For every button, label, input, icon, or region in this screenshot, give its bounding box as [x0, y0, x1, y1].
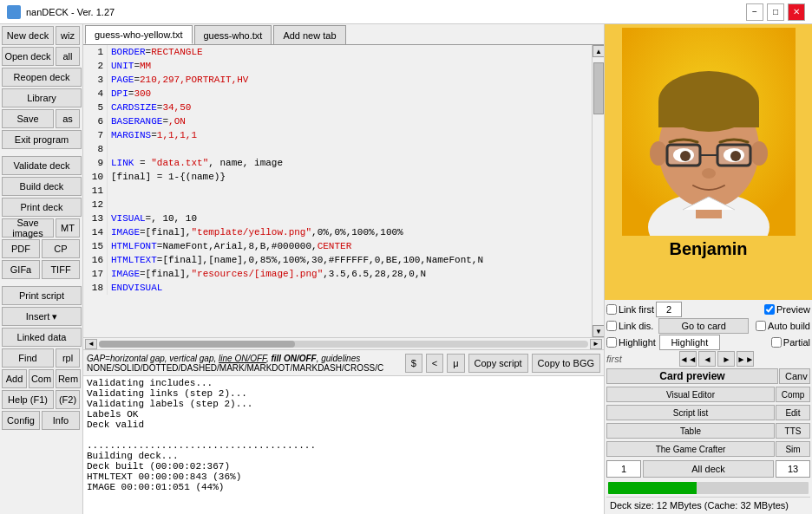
- pdf-button[interactable]: PDF: [2, 239, 40, 258]
- open-deck-button[interactable]: Open deck: [2, 47, 54, 66]
- build-deck-button[interactable]: Build deck: [2, 177, 82, 196]
- visual-editor-button[interactable]: Visual Editor: [606, 387, 775, 402]
- status-text: Deck size: 12 MBytes (Cache: 32 MBytes): [610, 500, 789, 511]
- help-button[interactable]: Help (F1): [2, 390, 54, 409]
- info-button[interactable]: Info: [42, 411, 80, 430]
- as-button[interactable]: as: [56, 109, 80, 128]
- tts-button[interactable]: TTS: [776, 423, 810, 439]
- reopen-deck-button[interactable]: Reopen deck: [2, 68, 82, 87]
- lt-button[interactable]: <: [426, 354, 443, 373]
- title-bar-controls[interactable]: − □ ✕: [746, 3, 805, 21]
- wiz-button[interactable]: wiz: [56, 26, 80, 45]
- card-number-input[interactable]: [606, 460, 641, 478]
- link-first-label: Link first: [619, 304, 654, 315]
- highlight-checkbox[interactable]: [606, 337, 617, 348]
- tab-guess-who[interactable]: guess-who.txt: [194, 25, 272, 44]
- com-button[interactable]: Com: [29, 369, 54, 388]
- validate-deck-button[interactable]: Validate deck: [2, 156, 82, 175]
- tab-guess-who-yellow[interactable]: guess-who-yellow.txt: [85, 25, 193, 44]
- game-crafter-button[interactable]: The Game Crafter: [606, 441, 775, 457]
- canv-button[interactable]: Canv: [779, 368, 810, 384]
- code-line-12: 12: [83, 198, 592, 211]
- partial-checkbox[interactable]: [771, 337, 782, 348]
- link-first-value-input[interactable]: [656, 302, 682, 317]
- horizontal-scrollbar[interactable]: ◄ ►: [83, 337, 604, 349]
- code-line-11: 11: [83, 184, 592, 198]
- f2-button[interactable]: (F2): [56, 390, 80, 409]
- minimize-button[interactable]: −: [746, 3, 763, 21]
- copy-script-button[interactable]: Copy script: [468, 354, 528, 373]
- nav-next-button[interactable]: ►: [717, 351, 735, 367]
- svg-rect-5: [658, 101, 759, 127]
- print-script-button[interactable]: Print script: [2, 286, 82, 305]
- log-line: Validating links (step 2)...: [87, 388, 600, 399]
- highlight-input[interactable]: [659, 335, 720, 350]
- find-button[interactable]: Find: [2, 348, 54, 368]
- person-photo: [622, 28, 796, 236]
- h-scroll-track[interactable]: [99, 341, 588, 348]
- svg-point-16: [730, 151, 741, 161]
- bottom-input-row: All deck 13: [606, 460, 810, 478]
- h-scroll-inner: ◄ ►: [83, 338, 604, 350]
- link-first-checkbox[interactable]: [606, 304, 617, 315]
- go-to-card-button[interactable]: Go to card: [658, 318, 749, 334]
- table-button[interactable]: Table: [606, 423, 775, 439]
- copy-to-bgg-button[interactable]: Copy to BGG: [532, 354, 600, 373]
- print-deck-button[interactable]: Print deck: [2, 198, 82, 217]
- h-scroll-thumb[interactable]: [99, 341, 295, 348]
- auto-build-checkbox[interactable]: [756, 321, 766, 331]
- save-button[interactable]: Save: [2, 109, 54, 128]
- all-deck-button[interactable]: All deck: [643, 460, 774, 478]
- edit-button[interactable]: Edit: [776, 405, 810, 420]
- add-button[interactable]: Add: [2, 369, 27, 388]
- new-deck-button[interactable]: New deck: [2, 26, 54, 45]
- script-list-row: Script list Edit: [606, 405, 810, 420]
- vertical-scrollbar[interactable]: ▲ ▼: [592, 45, 604, 337]
- scroll-thumb[interactable]: [593, 62, 604, 114]
- nav-last-button[interactable]: ►►: [737, 351, 754, 367]
- main-container: New deck wiz Open deck all Reopen deck L…: [0, 24, 812, 514]
- code-line-13: 13 VISUAL=, 10, 10: [83, 211, 592, 225]
- ctrl-row-nav: first ◄◄ ◄ ► ►►: [606, 351, 810, 367]
- link-dis-checkbox[interactable]: [606, 321, 617, 331]
- dollar-button[interactable]: $: [405, 354, 422, 373]
- highlight-label: Highlight: [619, 337, 656, 348]
- script-list-button[interactable]: Script list: [606, 405, 775, 420]
- nav-prev-button[interactable]: ◄: [698, 351, 716, 367]
- mt-button[interactable]: MT: [56, 218, 80, 237]
- log-area[interactable]: Validating includes... Validating links …: [83, 375, 604, 514]
- h-scroll-left-button[interactable]: ◄: [85, 339, 97, 349]
- linked-data-button[interactable]: Linked data: [2, 328, 82, 347]
- preview-checkbox[interactable]: [764, 304, 775, 315]
- h-scroll-right-button[interactable]: ►: [590, 339, 602, 349]
- left-sidebar: New deck wiz Open deck all Reopen deck L…: [0, 24, 83, 514]
- code-editor[interactable]: 1 BORDER=RECTANGLE 2 UNIT=MM 3 PAGE=210,…: [83, 45, 592, 337]
- mu-button[interactable]: μ: [447, 354, 464, 373]
- all-button[interactable]: all: [56, 47, 80, 66]
- log-line: Labels OK: [87, 409, 600, 420]
- cp-button[interactable]: CP: [42, 239, 80, 258]
- gifa-button[interactable]: GIFa: [2, 260, 40, 279]
- code-line-2: 2 UNIT=MM: [83, 59, 592, 73]
- nav-first-button[interactable]: ◄◄: [679, 351, 697, 367]
- insert-button[interactable]: Insert ▾: [2, 307, 82, 326]
- toolbar-gap-text: GAP=horizontal gap, vertical gap, line O…: [87, 354, 402, 373]
- sim-button[interactable]: Sim: [776, 441, 810, 457]
- rpl-button[interactable]: rpl: [56, 348, 80, 368]
- right-panel: Benjamin Link first Preview Link dis. Go…: [604, 24, 812, 514]
- title-bar: nanDECK - Ver. 1.27 − □ ✕: [0, 0, 812, 24]
- log-line: HTMLTEXT 00:00:00:843 (36%): [87, 472, 600, 482]
- log-line: Building deck...: [87, 451, 600, 461]
- exit-program-button[interactable]: Exit program: [2, 130, 82, 149]
- scroll-down-button[interactable]: ▼: [593, 325, 604, 337]
- tiff-button[interactable]: TIFF: [42, 260, 80, 279]
- library-button[interactable]: Library: [2, 88, 82, 107]
- close-button[interactable]: ✕: [788, 3, 805, 21]
- rem-button[interactable]: Rem: [56, 369, 81, 388]
- scroll-up-button[interactable]: ▲: [593, 45, 604, 57]
- config-button[interactable]: Config: [2, 411, 40, 430]
- comp-button[interactable]: Comp: [776, 387, 810, 402]
- tab-add-new[interactable]: Add new tab: [273, 25, 345, 44]
- maximize-button[interactable]: □: [767, 3, 784, 21]
- save-images-button[interactable]: Save images: [2, 218, 54, 237]
